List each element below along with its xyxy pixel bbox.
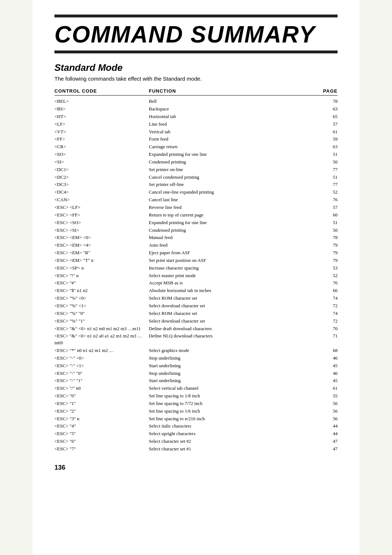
page: COMMAND SUMMARY Standard Mode The follow… [33, 0, 359, 555]
row-function: Increase character spacing [149, 265, 316, 272]
row-page: 79 [316, 250, 338, 256]
row-page: 79 [316, 257, 338, 264]
table-row: <LF>Line feed57 [54, 121, 338, 128]
table-row: <ESC> "$" n1 n2Absolute horizontal tab i… [54, 287, 338, 295]
row-function: Condensed printing [149, 227, 316, 234]
row-code: <ESC> "$" n1 n2 [54, 287, 149, 294]
row-page: 59 [316, 136, 338, 143]
row-page: 47 [316, 446, 338, 453]
row-page: 72 [316, 318, 338, 325]
row-code: <ESC> <FF> [54, 212, 149, 219]
table-row: <ESC> "4"Select italic characters44 [54, 422, 338, 430]
row-code: <ESC> "%" <0> [54, 295, 149, 302]
table-row: <ESC> <FF>Return to top of current page6… [54, 211, 338, 219]
row-function: Define NLQ download characters [149, 333, 316, 347]
table-row: <ESC> "2"Set line spacing to 1/6 inch56 [54, 408, 338, 415]
table-row: <ESC> "-" "0"Stop underlining46 [54, 370, 338, 377]
row-function: Manual feed [149, 234, 316, 241]
table-row: <SI>Condensed printing50 [54, 158, 338, 166]
table-row: <ESC> "-" "1"Start underlining45 [54, 377, 338, 385]
row-function: Stop underlining [149, 355, 316, 362]
row-page: 53 [316, 265, 338, 272]
row-code: <BEL> [54, 98, 149, 105]
row-code: <VT> [54, 129, 149, 135]
row-function: Cancel condensed printing [149, 174, 316, 181]
row-page: 52 [316, 272, 338, 279]
table-row: <SO>Expanded printing for one line51 [54, 151, 338, 158]
header-bar-bottom [54, 50, 338, 53]
col-header-page: PAGE [316, 88, 338, 94]
row-code: <ESC> "%" <1> [54, 303, 149, 309]
row-page: 70 [316, 325, 338, 332]
table-row: <ESC> <SO>Expanded printing for one line… [54, 219, 338, 227]
row-code: <ESC> "6" [54, 438, 149, 445]
row-code: <ESC> <EM> <0> [54, 234, 149, 241]
row-function: Set line spacing to n/216 inch [149, 416, 316, 422]
row-function: Backspace [149, 106, 316, 113]
row-page: 46 [316, 370, 338, 377]
main-title: COMMAND SUMMARY [54, 23, 338, 47]
table-row: <ESC> "%" <0>Select ROM character set74 [54, 295, 338, 302]
row-page: 51 [316, 174, 338, 181]
row-code: <ESC> "&" <0> n1 n2 m0 m1 m2 m3 …m11 [54, 325, 149, 332]
row-function: Define draft download characters [149, 325, 316, 332]
row-page: 76 [316, 280, 338, 287]
row-code: <ESC> "%" "1" [54, 318, 149, 325]
row-page: 45 [316, 362, 338, 369]
row-code: <ESC> <EM> "T" n [54, 257, 149, 264]
row-function: Form feed [149, 136, 316, 143]
table-body: <BEL>Bell78<BS>Backspace63<HT>Horizontal… [54, 98, 338, 453]
row-code: <ESC> "!" n [54, 272, 149, 279]
table-row: <ESC> "%" "0"Select ROM character set74 [54, 310, 338, 317]
table-row: <ESC> "-" <1>Start underlining45 [54, 362, 338, 370]
row-code: <ESC> <SO> [54, 219, 149, 226]
row-page: 55 [316, 393, 338, 400]
table-row: <DC3>Set printer off-line77 [54, 181, 338, 189]
row-function: Select upright characters [149, 430, 316, 437]
row-code: <ESC> "3" n [54, 416, 149, 422]
row-page: 65 [316, 113, 338, 120]
row-code: <ESC> "#" [54, 280, 149, 287]
row-function: Absolute horizontal tab in inches [149, 287, 316, 294]
row-code: <SI> [54, 159, 149, 166]
row-function: Expanded printing for one line [149, 151, 316, 158]
row-function: Eject paper from ASF [149, 250, 316, 256]
row-page: 63 [316, 143, 338, 150]
row-page: 57 [316, 121, 338, 128]
table-row: <ESC> "7"Select character set #147 [54, 445, 338, 453]
row-page: 74 [316, 310, 338, 317]
row-page: 44 [316, 430, 338, 437]
row-page: 56 [316, 408, 338, 415]
table-row: <BS>Backspace63 [54, 105, 338, 113]
row-code: <ESC> "/" n0 [54, 385, 149, 392]
table-row: <ESC> "/" n0Select vertical tab channel6… [54, 385, 338, 392]
row-code: <ESC> "%" "0" [54, 310, 149, 317]
page-number: 136 [54, 464, 338, 471]
table-row: <DC4>Cancel one-line expanded printing52 [54, 189, 338, 196]
table-row: <ESC> "-" <0>Stop underlining46 [54, 355, 338, 362]
row-code: <HT> [54, 113, 149, 120]
row-code: <ESC> "5" [54, 430, 149, 437]
row-code: <ESC> "2" [54, 408, 149, 415]
table-row: <ESC> "%" "1"Select download character s… [54, 317, 338, 325]
row-function: Set printer off-line [149, 181, 316, 188]
row-function: Expanded printing for one line [149, 219, 316, 226]
table-row: <ESC> <EM> "R"Eject paper from ASF79 [54, 249, 338, 257]
table-row: <ESC> <SI>Condensed printing50 [54, 227, 338, 234]
row-function: Set line spacing to 1/6 inch [149, 408, 316, 415]
row-function: Select ROM character set [149, 295, 316, 302]
table-row: <CAN>Cancel last line76 [54, 196, 338, 204]
row-code: <ESC> <LF> [54, 204, 149, 211]
table-header: CONTROL CODE FUNCTION PAGE [54, 88, 338, 96]
table-row: <FF>Form feed59 [54, 135, 338, 143]
row-page: 51 [316, 219, 338, 226]
row-function: Accept MSB as is [149, 280, 316, 287]
table-row: <ESC> <LF>Reverse line feed57 [54, 204, 338, 211]
row-function: Select vertical tab channel [149, 385, 316, 392]
col-header-code: CONTROL CODE [54, 88, 149, 94]
row-page: 63 [316, 106, 338, 113]
row-page: 66 [316, 287, 338, 294]
row-page: 74 [316, 295, 338, 302]
row-page: 77 [316, 166, 338, 173]
row-page: 76 [316, 197, 338, 203]
